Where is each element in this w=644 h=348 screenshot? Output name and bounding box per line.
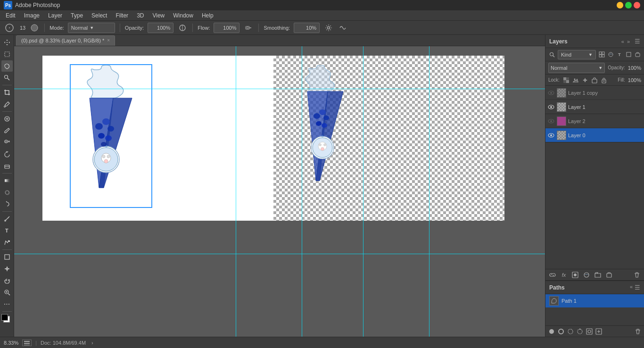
menu-layer[interactable]: Layer: [44, 11, 66, 20]
pressure-opacity-icon[interactable]: [177, 23, 188, 33]
tool-lasso[interactable]: [1, 60, 13, 72]
layer-name: Layer 1 copy: [568, 90, 642, 96]
foreground-color[interactable]: [1, 314, 8, 321]
layer-row[interactable]: Layer 1 copy: [545, 86, 644, 100]
tool-move[interactable]: [1, 37, 13, 48]
status-info-arrow[interactable]: ›: [91, 340, 93, 346]
filter-adjustment-icon[interactable]: [607, 51, 614, 58]
fill-path-icon[interactable]: [547, 327, 556, 336]
mode-dropdown[interactable]: Normal ▼: [68, 23, 115, 33]
opacity-value[interactable]: 100%: [628, 65, 641, 71]
layers-collapse-left[interactable]: «: [621, 39, 624, 44]
close-button[interactable]: [634, 2, 640, 8]
tool-eyedropper[interactable]: [1, 99, 13, 110]
lock-image-icon[interactable]: [572, 76, 579, 84]
layer-smartobj-create-icon[interactable]: [605, 271, 613, 279]
tool-brush[interactable]: [1, 125, 13, 136]
document-tab[interactable]: (0).psd @ 8.33% (Layer 0, RGB/8) * ×: [16, 35, 115, 46]
delete-path-icon[interactable]: [634, 327, 642, 336]
menu-select[interactable]: Select: [88, 11, 111, 20]
status-options-button[interactable]: [22, 340, 32, 346]
layer-row[interactable]: Layer 0: [545, 128, 644, 142]
menu-window[interactable]: Window: [169, 11, 197, 20]
new-path-icon[interactable]: [594, 327, 603, 336]
fill-value[interactable]: 100%: [628, 77, 641, 83]
tool-zoom[interactable]: [1, 287, 13, 298]
path-mask-icon[interactable]: [585, 327, 594, 336]
layer-visibility-toggle[interactable]: [547, 117, 555, 125]
selection-to-path-icon[interactable]: [576, 327, 584, 336]
path-to-selection-icon[interactable]: [566, 327, 575, 336]
tool-marquee[interactable]: [1, 49, 13, 60]
menu-edit[interactable]: Edit: [2, 11, 19, 20]
stroke-path-icon[interactable]: [557, 327, 565, 336]
flow-input[interactable]: [214, 23, 239, 33]
layer-visibility-toggle[interactable]: [547, 103, 555, 111]
layers-menu-icon[interactable]: ☰: [635, 38, 640, 45]
tool-dodge[interactable]: [1, 199, 13, 210]
menu-3d[interactable]: 3D: [133, 11, 148, 20]
paths-menu-icon[interactable]: ☰: [635, 284, 640, 291]
layer-row[interactable]: Layer 1: [545, 100, 644, 114]
svg-point-8: [328, 26, 330, 29]
tool-clone[interactable]: [1, 137, 13, 148]
tool-crop[interactable]: [1, 87, 13, 98]
layer-fx-icon[interactable]: fx: [560, 271, 568, 279]
layer-link-icon[interactable]: [548, 271, 557, 279]
brush-type-icon[interactable]: [29, 23, 40, 33]
lock-transparent-icon[interactable]: [562, 76, 570, 84]
symmetry-icon[interactable]: [338, 23, 348, 33]
tool-history[interactable]: [1, 149, 13, 160]
maximize-button[interactable]: [625, 2, 632, 8]
tool-gradient[interactable]: [1, 175, 13, 186]
tool-more[interactable]: ···: [1, 298, 13, 310]
filter-pixel-icon[interactable]: [598, 51, 605, 58]
main-content: T ···: [0, 35, 644, 337]
layer-row[interactable]: Layer 2: [545, 114, 644, 128]
tool-blur[interactable]: [1, 187, 13, 198]
path-row[interactable]: Path 1: [545, 294, 644, 307]
canvas-container[interactable]: ❄: [14, 46, 545, 337]
menu-type[interactable]: Type: [67, 11, 87, 20]
airbrush-icon[interactable]: [243, 23, 254, 33]
smoothing-settings-icon[interactable]: [323, 23, 334, 33]
tool-pathselect[interactable]: [1, 237, 13, 248]
svg-point-47: [319, 144, 322, 146]
menu-help[interactable]: Help: [198, 11, 217, 20]
window-controls[interactable]: [617, 2, 640, 8]
filter-smartobj-icon[interactable]: [634, 51, 641, 58]
menu-view[interactable]: View: [149, 11, 168, 20]
tool-eraser[interactable]: [1, 160, 13, 172]
minimize-button[interactable]: [617, 2, 623, 8]
layer-visibility-toggle[interactable]: [547, 89, 555, 97]
lock-artboard-icon[interactable]: [591, 76, 598, 84]
lock-all-icon[interactable]: [600, 76, 608, 84]
color-swatches[interactable]: [1, 314, 13, 324]
tool-navigate[interactable]: [1, 263, 13, 274]
tab-close-button[interactable]: ×: [107, 38, 110, 43]
filter-type-icon[interactable]: T: [616, 51, 623, 58]
layers-collapse-right[interactable]: »: [627, 39, 630, 44]
lock-position-icon[interactable]: [581, 76, 589, 84]
layer-group-icon[interactable]: [594, 271, 602, 279]
opacity-input[interactable]: [148, 23, 173, 33]
layer-delete-icon[interactable]: [633, 271, 641, 279]
blend-mode-dropdown[interactable]: Normal ▼: [548, 63, 605, 73]
tool-quickselect[interactable]: [1, 72, 13, 83]
smoothing-input[interactable]: [294, 23, 320, 33]
tool-type[interactable]: T: [1, 225, 13, 236]
paths-collapse-left[interactable]: «: [630, 284, 633, 291]
tool-heal[interactable]: [1, 113, 13, 124]
svg-point-34: [102, 155, 105, 158]
filter-shape-icon[interactable]: [625, 51, 632, 58]
menu-image[interactable]: Image: [20, 11, 43, 20]
filter-kind-dropdown[interactable]: Kind ▼: [558, 50, 596, 59]
menu-filter[interactable]: Filter: [112, 11, 132, 20]
layer-adjustment-icon[interactable]: [582, 271, 591, 279]
tool-pen[interactable]: [1, 213, 13, 224]
tool-shape[interactable]: [1, 251, 13, 263]
layer-mask-icon[interactable]: [571, 271, 579, 279]
tool-hand[interactable]: [1, 275, 13, 286]
brush-preview[interactable]: [3, 21, 16, 34]
layer-visibility-toggle[interactable]: [547, 132, 555, 139]
